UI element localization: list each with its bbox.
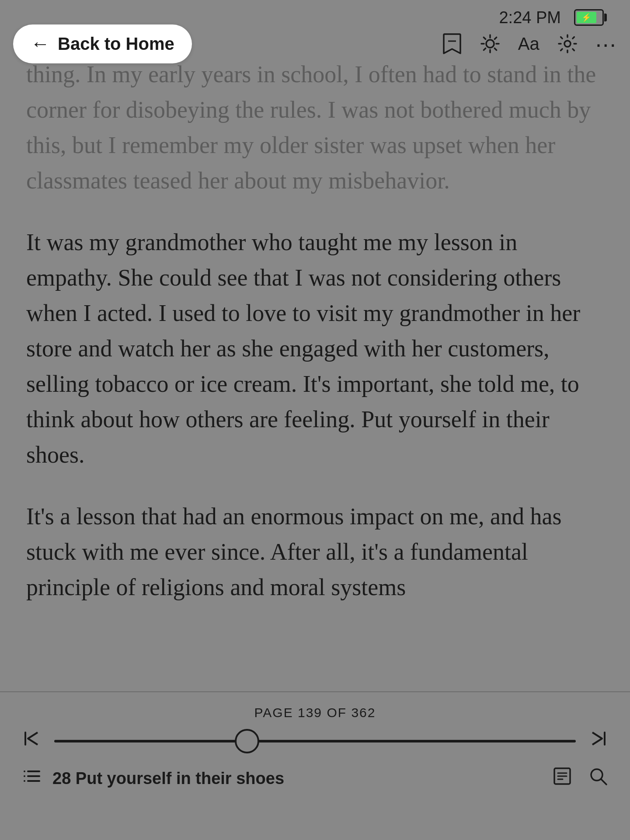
chapter-right — [552, 766, 608, 791]
last-page-icon[interactable] — [589, 729, 608, 753]
paragraph-1: It was my grandmother who taught me my l… — [26, 225, 604, 473]
first-page-icon[interactable] — [22, 729, 41, 753]
svg-point-10 — [564, 41, 571, 47]
search-icon[interactable] — [588, 766, 608, 791]
progress-slider[interactable] — [54, 740, 576, 742]
notes-icon[interactable] — [552, 766, 572, 791]
slider-thumb[interactable] — [235, 729, 259, 753]
svg-line-6 — [484, 37, 485, 39]
page-indicator: PAGE 139 OF 362 — [254, 705, 376, 720]
chapter-title: 28 Put yourself in their shoes — [52, 769, 284, 788]
bottom-bar: PAGE 139 OF 362 — [0, 691, 630, 840]
chapter-row: 28 Put yourself in their shoes — [0, 766, 630, 791]
content-area: thing. In my early years in school, I of… — [0, 48, 630, 691]
table-of-contents-icon[interactable] — [22, 766, 42, 791]
text-content: thing. In my early years in school, I of… — [26, 57, 604, 605]
svg-line-24 — [601, 779, 606, 784]
svg-point-1 — [486, 40, 494, 48]
divider — [0, 691, 630, 692]
paragraph-2: It's a lesson that had an enormous impac… — [26, 499, 604, 605]
slider-row — [0, 729, 630, 753]
partial-paragraph: thing. In my early years in school, I of… — [26, 57, 604, 199]
svg-line-8 — [494, 37, 496, 39]
chapter-left: 28 Put yourself in their shoes — [22, 766, 284, 791]
